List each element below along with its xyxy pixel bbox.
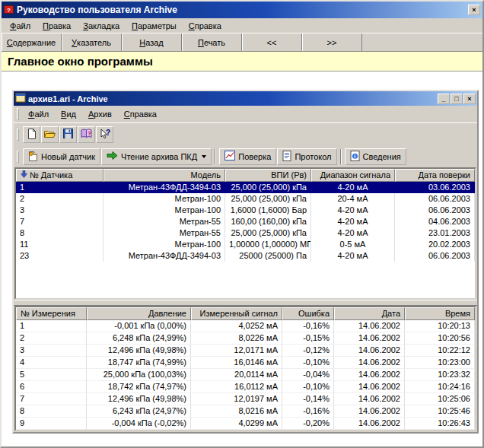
- sensor-cell: 4-20 мА: [311, 182, 395, 193]
- sensors-column-header[interactable]: Модель: [103, 169, 225, 182]
- measurement-cell: 20,0114 мА: [191, 369, 282, 381]
- help-menu-bookmark[interactable]: Закладка: [77, 20, 126, 32]
- measurement-cell: 12,0171 мА: [191, 345, 282, 357]
- app-menu-view[interactable]: Вид: [55, 108, 82, 120]
- app-minimize-button[interactable]: _: [438, 94, 450, 104]
- sensors-column-header[interactable]: Дата поверки: [395, 169, 475, 182]
- help-toolbar-button-back[interactable]: Назад: [122, 33, 182, 51]
- action-toolbar: Новый датчикЧтение архива ПКДПоверкаПрот…: [14, 145, 477, 167]
- sensor-row[interactable]: 8Метран-5525,000 (25,000) кПа4-20 мА23.0…: [16, 227, 475, 239]
- read-archive-button[interactable]: Чтение архива ПКД: [101, 148, 212, 165]
- measurement-cell: -0,15%: [282, 332, 334, 345]
- sensor-cell: Метран-100: [103, 239, 225, 250]
- measurement-cell: 14.06.2002: [334, 418, 405, 430]
- sensor-cell: 25000 (25000) Па: [225, 250, 311, 262]
- measurement-cell: -0,16%: [282, 405, 334, 418]
- measurement-cell: -0,16%: [282, 320, 334, 332]
- context-help-button[interactable]: ?: [96, 126, 113, 143]
- measurement-row[interactable]: 525,000 кПа (100,03%)20,0114 мА-0,04%14.…: [16, 369, 475, 381]
- app-maximize-button[interactable]: □: [451, 94, 463, 104]
- measurement-cell: -0,10%: [282, 381, 334, 393]
- help-close-button[interactable]: ×: [468, 5, 480, 15]
- help-book-button[interactable]: ?: [78, 126, 95, 143]
- measurements-table-header: № ИзмеренияДавлениеИзмеренный сигналОшиб…: [16, 307, 475, 320]
- measurement-cell: 2: [16, 332, 87, 345]
- sensor-cell: Метран-100: [103, 205, 225, 216]
- info-icon: i: [350, 151, 360, 163]
- sensors-table: № ДатчикаМодельВПИ (Рв)Диапазон сигналаД…: [14, 167, 476, 300]
- measurements-column-header[interactable]: № Измерения: [16, 307, 87, 320]
- sensor-row[interactable]: 11Метран-1001,00000 (1,00000) МПа0-5 мА2…: [16, 239, 475, 250]
- sensors-table-filler: [16, 262, 475, 298]
- measurement-cell: 14.06.2002: [334, 381, 405, 393]
- sensor-row[interactable]: 23Метран-43ФДД-3494-0325000 (25000) Па4-…: [16, 250, 475, 262]
- new-sensor-button[interactable]: Новый датчик: [23, 148, 100, 165]
- sensor-row[interactable]: 2Метран-10025,000 (25,000) кПа20-4 мА06.…: [16, 193, 475, 205]
- measurement-cell: 8,0226 мА: [191, 332, 282, 345]
- file-toolbar-grip[interactable]: [17, 129, 19, 141]
- app-close-button[interactable]: ×: [463, 94, 476, 104]
- action-toolbar-grip[interactable]: [17, 151, 19, 163]
- measurement-cell: 14.06.2002: [334, 369, 405, 381]
- help-menu-options[interactable]: Параметры: [126, 20, 183, 32]
- help-menu-edit[interactable]: Правка: [37, 20, 77, 32]
- measurements-column-header[interactable]: Давление: [87, 307, 191, 320]
- help-toolbar-button-next[interactable]: >>: [302, 33, 362, 51]
- measurement-cell: 1: [16, 320, 87, 332]
- app-menu-file[interactable]: Файл: [22, 108, 55, 120]
- measurement-row[interactable]: 26,248 кПа (24,99%)8,0226 мА-0,15%14.06.…: [16, 332, 475, 345]
- help-toolbar-button-print[interactable]: Печать: [182, 33, 242, 51]
- sensors-column-header[interactable]: Диапазон сигнала: [311, 169, 395, 182]
- measurement-row[interactable]: 418,747 кПа (74,99%)16,0146 мА-0,10%14.0…: [16, 357, 475, 369]
- measurements-table-body: 1-0,001 кПа (0,00%)4,0252 мА-0,16%14.06.…: [16, 320, 475, 430]
- sensor-row[interactable]: 1Метран-43ФДД-3494-0325,000 (25,000) кПа…: [16, 182, 475, 193]
- sensors-column-header[interactable]: ВПИ (Рв): [225, 169, 311, 182]
- svg-text:i: i: [354, 153, 355, 158]
- info-button-label: Сведения: [363, 152, 401, 161]
- verification-button-label: Поверка: [238, 152, 271, 161]
- dropdown-arrow-icon[interactable]: [202, 155, 206, 158]
- menubar-grip[interactable]: [17, 108, 19, 120]
- measurements-column-header[interactable]: Дата: [334, 307, 405, 320]
- measurements-column-header[interactable]: Время: [405, 307, 475, 320]
- help-toolbar-button-index[interactable]: Указатель: [62, 33, 122, 51]
- measurement-row[interactable]: 1-0,001 кПа (0,00%)4,0252 мА-0,16%14.06.…: [16, 320, 475, 332]
- measurements-column-header[interactable]: Ошибка: [282, 307, 334, 320]
- measurement-row[interactable]: 312,496 кПа (49,98%)12,0171 мА-0,12%14.0…: [16, 345, 475, 357]
- table-splitter[interactable]: [14, 300, 477, 306]
- measurement-cell: 16,0112 мА: [191, 381, 282, 393]
- measurement-row[interactable]: 86,243 кПа (24,97%)8,0216 мА-0,16%14.06.…: [16, 405, 475, 418]
- sensor-cell: 8: [16, 227, 103, 239]
- measurement-cell: 25,000 кПа (100,03%): [87, 369, 191, 381]
- measurement-cell: 10:25:46: [405, 405, 475, 418]
- measurements-column-header[interactable]: Измеренный сигнал: [191, 307, 282, 320]
- read-archive-icon: [107, 151, 118, 162]
- verification-button[interactable]: Поверка: [219, 148, 276, 165]
- sensor-cell: 7: [16, 216, 103, 227]
- measurement-cell: 14.06.2002: [334, 357, 405, 369]
- measurement-cell: 14.06.2002: [334, 393, 405, 405]
- measurement-row[interactable]: 712,496 кПа (49,98%)12,0197 мА-0,14%14.0…: [16, 393, 475, 405]
- measurements-table: № ИзмеренияДавлениеИзмеренный сигналОшиб…: [14, 306, 476, 431]
- sensors-column-header[interactable]: № Датчика: [16, 169, 103, 182]
- measurement-cell: -0,04%: [282, 369, 334, 381]
- protocol-button[interactable]: Протокол: [277, 148, 336, 165]
- help-menu-file[interactable]: Файл: [4, 20, 37, 32]
- app-menu-archive[interactable]: Архив: [82, 108, 118, 120]
- help-toolbar-button-contents[interactable]: Содержание: [2, 33, 62, 51]
- save-icon: [63, 129, 73, 140]
- measurement-row[interactable]: 9-0,004 кПа (-0,02%)4,0299 мА-0,20%14.06…: [16, 418, 475, 430]
- measurement-cell: 7: [16, 393, 87, 405]
- save-button[interactable]: [59, 126, 77, 143]
- help-menu-help[interactable]: Справка: [183, 20, 228, 32]
- help-toolbar-button-prev[interactable]: <<: [242, 33, 302, 51]
- sensor-row[interactable]: 7Метран-55160,00 (160,00) кПа4-20 мА04.0…: [16, 216, 475, 227]
- page-title: Главное окно программы: [2, 52, 482, 71]
- info-button[interactable]: iСведения: [345, 148, 406, 165]
- measurement-row[interactable]: 618,742 кПа (74,97%)16,0112 мА-0,10%14.0…: [16, 381, 475, 393]
- help-content: архив1.ari - Archive _ □ × ФайлВидАрхивС…: [2, 71, 482, 446]
- sensor-row[interactable]: 3Метран-1001,6000 (1,6000) Бар4-20 мА06.…: [16, 205, 475, 216]
- new-document-button[interactable]: [23, 126, 40, 143]
- app-menu-help[interactable]: Справка: [118, 108, 163, 120]
- open-folder-button[interactable]: [41, 126, 59, 143]
